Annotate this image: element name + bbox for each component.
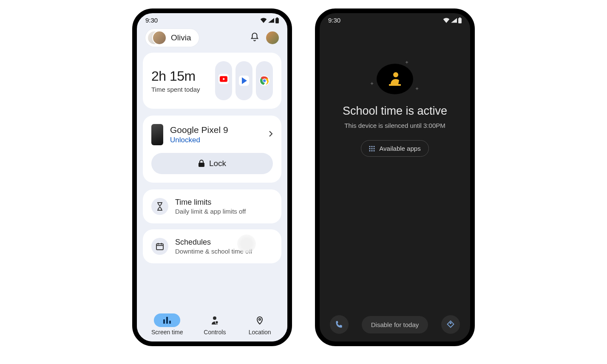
- status-icons: [443, 17, 462, 23]
- signal-icon: [268, 18, 274, 23]
- tag-button[interactable]: [441, 315, 460, 334]
- nav-screen-time[interactable]: Screen time: [151, 313, 183, 336]
- svg-point-13: [259, 319, 261, 320]
- device-card: Google Pixel 9 Unlocked Lock: [143, 116, 281, 183]
- time-limits-row[interactable]: Time limits Daily limit & app limits off: [143, 189, 281, 223]
- phone-family-link: 9:30 Olivia 2h 15m Time spent today: [132, 8, 292, 346]
- account-avatar[interactable]: [266, 31, 279, 44]
- svg-point-21: [369, 148, 371, 149]
- calendar-icon: [151, 238, 168, 255]
- chrome-icon: [259, 76, 269, 86]
- touch-ripple: [237, 234, 256, 253]
- status-bar: 9:30: [320, 13, 470, 25]
- hourglass-icon: [151, 198, 168, 215]
- nav-label: Controls: [204, 329, 226, 336]
- svg-point-23: [374, 148, 375, 149]
- svg-rect-6: [199, 163, 204, 167]
- disable-for-today-button[interactable]: Disable for today: [362, 316, 428, 333]
- reading-person-icon: [386, 71, 403, 87]
- tag-icon: [446, 320, 455, 329]
- sparkle-icon: ✦: [405, 59, 409, 65]
- svg-rect-17: [389, 84, 401, 86]
- device-row[interactable]: Google Pixel 9 Unlocked: [151, 124, 273, 145]
- nav-controls[interactable]: Controls: [201, 313, 228, 336]
- svg-point-25: [372, 150, 373, 151]
- schedules-row[interactable]: Schedules Downtime & school time off: [143, 229, 281, 263]
- bottom-nav: Screen time Controls Location: [137, 311, 287, 341]
- avatar: [152, 31, 167, 45]
- svg-point-18: [369, 146, 371, 147]
- screen-time-label: Time spent today: [151, 86, 200, 93]
- chevron-right-icon: [269, 130, 273, 139]
- screen-time-card[interactable]: 2h 15m Time spent today: [143, 53, 281, 109]
- svg-rect-10: [169, 321, 171, 324]
- device-thumbnail: [151, 124, 163, 145]
- app-pill-chrome[interactable]: [256, 61, 273, 100]
- status-time: 9:30: [328, 17, 340, 24]
- svg-rect-1: [276, 17, 278, 18]
- nav-label: Location: [249, 329, 271, 336]
- svg-rect-14: [458, 18, 462, 23]
- svg-rect-9: [166, 317, 168, 324]
- bar-chart-icon: [154, 313, 180, 327]
- play-icon: [239, 76, 249, 86]
- svg-rect-0: [275, 18, 279, 23]
- svg-point-11: [213, 316, 216, 320]
- profile-name: Olivia: [171, 33, 191, 42]
- avatar-stack: [147, 31, 167, 45]
- phone-school-time: 9:30 ✦ ✦ ✦ School time is active This de…: [315, 8, 475, 346]
- svg-point-19: [372, 146, 373, 147]
- battery-icon: [275, 17, 279, 23]
- youtube-icon: [218, 74, 229, 84]
- time-limits-title: Time limits: [175, 198, 246, 207]
- school-time-title: School time is active: [343, 104, 447, 118]
- svg-rect-8: [163, 319, 165, 324]
- disable-label: Disable for today: [371, 321, 419, 328]
- svg-point-16: [393, 72, 398, 77]
- svg-rect-15: [459, 17, 460, 18]
- status-time: 9:30: [145, 17, 158, 24]
- nav-label: Screen time: [151, 329, 183, 336]
- wifi-icon: [260, 18, 267, 23]
- school-time-bottom-bar: Disable for today: [320, 315, 470, 334]
- available-apps-label: Available apps: [379, 145, 420, 152]
- phone-icon: [335, 320, 343, 329]
- person-shield-icon: [201, 313, 228, 327]
- svg-point-24: [369, 150, 371, 151]
- device-status: Unlocked: [170, 136, 228, 144]
- apps-grid-icon: [369, 146, 375, 152]
- school-time-subtitle: This device is silenced until 3:00PM: [344, 122, 445, 129]
- app-pill-youtube[interactable]: [215, 61, 232, 100]
- svg-point-27: [450, 322, 451, 324]
- svg-point-26: [374, 150, 375, 151]
- lock-icon: [198, 160, 205, 167]
- svg-point-20: [374, 146, 375, 147]
- time-limits-subtitle: Daily limit & app limits off: [175, 208, 246, 215]
- app-header: Olivia: [137, 25, 287, 53]
- sparkle-icon: ✦: [415, 86, 419, 92]
- profile-chip[interactable]: Olivia: [145, 29, 199, 47]
- battery-icon: [458, 17, 462, 23]
- svg-point-22: [372, 148, 373, 149]
- available-apps-button[interactable]: Available apps: [361, 140, 428, 157]
- lock-button[interactable]: Lock: [151, 153, 273, 174]
- phone-call-button[interactable]: [330, 315, 349, 334]
- sparkle-icon: ✦: [370, 81, 374, 87]
- school-time-illustration: ✦ ✦ ✦: [377, 64, 413, 94]
- bell-icon[interactable]: [250, 32, 259, 43]
- wifi-icon: [443, 18, 450, 23]
- screen-time-value: 2h 15m: [151, 68, 200, 84]
- lock-label: Lock: [209, 159, 226, 168]
- location-pin-icon: [247, 313, 273, 327]
- top-apps: [215, 61, 273, 100]
- app-pill-play[interactable]: [235, 61, 252, 100]
- signal-icon: [451, 18, 457, 23]
- device-name: Google Pixel 9: [170, 125, 228, 135]
- status-icons: [260, 17, 279, 23]
- nav-location[interactable]: Location: [247, 313, 273, 336]
- status-bar: 9:30: [137, 13, 287, 25]
- svg-rect-7: [156, 244, 163, 250]
